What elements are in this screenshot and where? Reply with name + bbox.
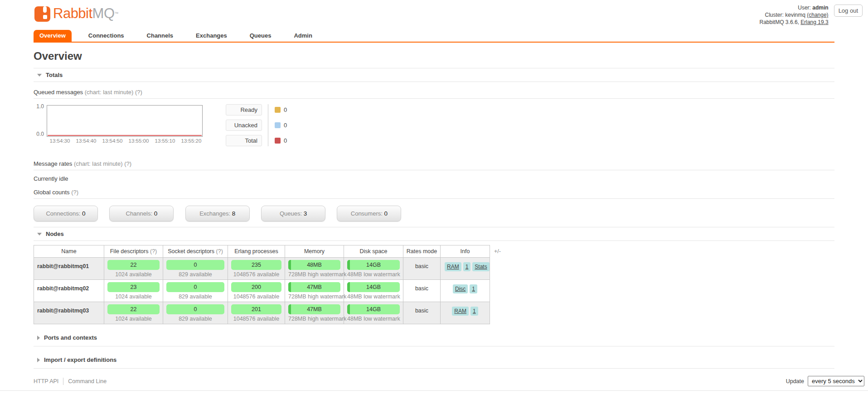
fd-cell: 221024 available <box>104 302 163 324</box>
page-title: Overview <box>34 50 834 62</box>
column-header-erlang-processes: Erlang processes <box>228 245 285 258</box>
sd-help-link[interactable]: (?) <box>216 248 223 255</box>
sd-available: 829 available <box>166 292 224 300</box>
count-pill-queues: Queues: 3 <box>261 206 325 221</box>
queued-messages-header: Queued messages (chart: last minute) (?) <box>34 86 834 99</box>
section-totals-header[interactable]: Totals <box>34 68 834 82</box>
command-line-link[interactable]: Command Line <box>68 378 107 384</box>
brand-rabbit: Rabbit <box>53 5 92 21</box>
total-series-line <box>48 135 202 136</box>
memory-cell: 48MB728MB high watermark <box>285 258 344 280</box>
proc-available: 1048576 available <box>231 292 281 300</box>
count-label: Consumers: <box>351 210 383 217</box>
column-header-memory: Memory <box>285 245 344 258</box>
disk-watermark: 48MB low watermark <box>347 314 400 322</box>
tab-overview[interactable]: Overview <box>34 30 72 42</box>
count-value: 0 <box>82 210 86 217</box>
section-nodes-title: Nodes <box>46 231 64 237</box>
change-cluster-link[interactable]: (change) <box>807 12 828 18</box>
sd-usage-bar: 0 <box>166 304 224 314</box>
nodes-table: Name File descriptors (?) Socket descrip… <box>34 245 490 324</box>
tab-exchanges[interactable]: Exchanges <box>190 30 233 42</box>
logout-button[interactable]: Log out <box>834 5 863 17</box>
count-pill-connections: Connections: 0 <box>34 206 98 221</box>
tab-connections[interactable]: Connections <box>82 30 130 42</box>
section-ports-header[interactable]: Ports and contexts <box>34 331 834 346</box>
memory-watermark: 728MB high watermark <box>288 292 340 300</box>
global-counts-help-link[interactable]: (?) <box>71 189 78 196</box>
chart-plot-area <box>47 105 203 137</box>
column-header-file-descriptors: File descriptors (?) <box>104 245 163 258</box>
brand-text: RabbitMQ™ <box>53 5 118 23</box>
memory-cell: 47MB728MB high watermark <box>285 280 344 302</box>
http-api-link[interactable]: HTTP API <box>34 378 58 384</box>
legend-buttons: Ready Unacked Total <box>226 104 262 146</box>
top-bar: RabbitMQ™ User: admin Cluster: kevinmq (… <box>0 0 868 24</box>
collapse-arrow-icon <box>37 74 42 77</box>
fd-help-link[interactable]: (?) <box>150 248 157 255</box>
column-header-rates-mode: Rates mode <box>403 245 441 258</box>
count-label: Connections: <box>46 210 80 217</box>
proc-usage-bar: 201 <box>231 304 281 314</box>
disk-usage-bar: 14GB <box>347 282 400 292</box>
ready-value: 0 <box>284 106 287 113</box>
info-badge-disc[interactable]: Disc <box>453 284 468 293</box>
fd-usage-bar: 22 <box>107 260 160 270</box>
queued-messages-chart-row: 1.0 0.0 13:54:30 13:54:40 13:54:50 13:55… <box>34 105 834 146</box>
memory-watermark: 728MB high watermark <box>288 314 340 322</box>
info-badge-stats[interactable]: Stats <box>472 262 489 271</box>
info-badge-ram[interactable]: RAM <box>445 262 461 271</box>
erlang-version-link[interactable]: Erlang 19.3 <box>800 19 828 25</box>
info-badge-count[interactable]: 1 <box>470 284 477 293</box>
global-counts-header: Global counts (?) <box>34 186 834 199</box>
update-area: Update every 5 seconds <box>786 376 864 386</box>
chart-y-max-label: 1.0 <box>36 103 47 110</box>
sd-available: 829 available <box>166 314 224 322</box>
section-import-export-header[interactable]: Import / export definitions <box>34 353 834 369</box>
queued-help-link[interactable]: (?) <box>135 89 142 96</box>
info-badge-ram[interactable]: RAM <box>452 307 469 316</box>
rates-help-link[interactable]: (?) <box>124 160 131 167</box>
disk-usage-bar: 14GB <box>347 260 400 270</box>
tab-queues[interactable]: Queues <box>244 30 277 42</box>
user-label: User: <box>798 5 811 11</box>
count-label: Channels: <box>126 210 153 217</box>
section-ports-title: Ports and contexts <box>44 334 97 341</box>
sd-available: 829 available <box>166 270 224 278</box>
nodes-table-wrap: Name File descriptors (?) Socket descrip… <box>34 245 834 324</box>
count-label: Queues: <box>280 210 302 217</box>
user-info: User: admin <box>760 5 829 12</box>
legend-ready-button[interactable]: Ready <box>226 104 262 115</box>
disk-watermark: 48MB low watermark <box>347 270 400 278</box>
main-tabs: Overview Connections Channels Exchanges … <box>34 30 834 43</box>
tab-admin[interactable]: Admin <box>288 30 318 42</box>
fd-cell: 231024 available <box>104 280 163 302</box>
info-badge-count[interactable]: 1 <box>470 307 478 316</box>
fd-available: 1024 available <box>107 292 160 300</box>
columns-expander[interactable]: +/- <box>494 245 501 255</box>
tab-channels[interactable]: Channels <box>141 30 179 42</box>
legend-total-button[interactable]: Total <box>226 135 262 146</box>
queued-messages-title: Queued messages <box>34 89 83 96</box>
rates-mode-value: basic <box>403 280 441 302</box>
info-badge-count[interactable]: 1 <box>463 262 471 271</box>
proc-cell: 2351048576 available <box>228 258 285 280</box>
info-cell: RAM1Stats <box>441 258 490 280</box>
rabbitmq-logo[interactable]: RabbitMQ™ <box>34 5 118 24</box>
chart-x-axis: 13:54:30 13:54:40 13:54:50 13:55:00 13:5… <box>47 138 204 144</box>
fd-usage-bar: 22 <box>107 304 160 314</box>
proc-usage-bar: 200 <box>231 282 281 292</box>
chart-y-min-label: 0.0 <box>36 131 47 137</box>
count-pill-exchanges: Exchanges: 8 <box>185 206 250 221</box>
legend-unacked-button[interactable]: Unacked <box>226 120 262 131</box>
update-interval-select[interactable]: every 5 seconds <box>808 376 864 386</box>
global-counts-title: Global counts <box>34 189 70 196</box>
fd-usage-bar: 23 <box>107 282 160 292</box>
total-value: 0 <box>284 137 287 144</box>
total-swatch-icon <box>275 138 281 144</box>
proc-available: 1048576 available <box>231 270 281 278</box>
chart-x-tick: 13:55:00 <box>126 138 152 144</box>
section-nodes-header[interactable]: Nodes <box>34 227 834 241</box>
footer: HTTP API Command Line Update every 5 sec… <box>34 376 864 386</box>
chart-legend: Ready Unacked Total 0 0 0 <box>226 104 287 146</box>
